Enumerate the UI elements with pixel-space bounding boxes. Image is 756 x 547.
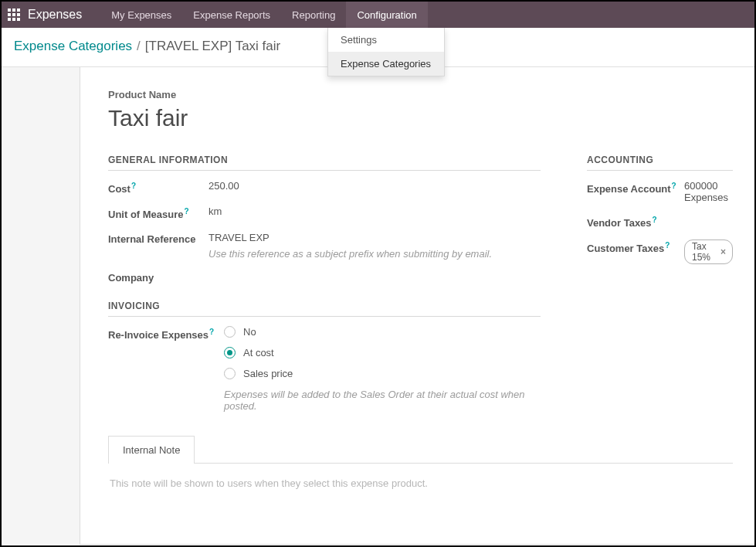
radio-icon — [224, 347, 236, 358]
section-general-info: GENERAL INFORMATION — [108, 155, 541, 171]
nav-reporting[interactable]: Reporting — [281, 2, 346, 28]
svg-rect-3 — [8, 13, 11, 16]
radio-option-no[interactable]: No — [224, 326, 541, 338]
svg-rect-1 — [12, 8, 15, 12]
tabs: Internal Note — [108, 435, 733, 464]
label-reinvoice: Re-Invoice Expenses? — [108, 326, 224, 341]
tax-tag[interactable]: Tax 15% × — [684, 240, 733, 264]
help-icon[interactable]: ? — [665, 241, 670, 250]
sheet-background: Product Name Taxi fair GENERAL INFORMATI… — [2, 67, 754, 545]
help-icon[interactable]: ? — [131, 182, 136, 190]
label-company: Company — [108, 270, 208, 284]
radio-label: No — [243, 326, 256, 338]
configuration-dropdown: Settings Expense Categories — [327, 28, 445, 76]
tab-internal-note[interactable]: Internal Note — [108, 436, 195, 464]
hint-reinvoice: Expenses will be added to the Sales Orde… — [224, 389, 533, 412]
radio-icon — [224, 368, 236, 379]
radio-label: Sales price — [243, 368, 293, 379]
tax-tag-label: Tax 15% — [692, 241, 717, 263]
radio-option-at-cost[interactable]: At cost — [224, 347, 541, 358]
value-expense-account[interactable]: 600000 Expenses — [684, 180, 733, 203]
help-icon[interactable]: ? — [653, 216, 657, 224]
label-customer-taxes: Customer Taxes? — [587, 240, 684, 254]
section-invoicing: INVOICING — [108, 301, 541, 317]
tag-remove-icon[interactable]: × — [720, 246, 726, 257]
svg-rect-2 — [17, 8, 20, 12]
internal-note-placeholder[interactable]: This note will be shown to users when th… — [108, 464, 733, 503]
value-cost[interactable]: 250.00 — [208, 180, 541, 192]
section-accounting: ACCOUNTING — [587, 155, 733, 171]
svg-rect-0 — [8, 8, 11, 12]
product-name-value[interactable]: Taxi fair — [108, 105, 733, 131]
hint-internal-ref: Use this reference as a subject prefix w… — [208, 248, 541, 260]
help-icon[interactable]: ? — [185, 207, 189, 216]
label-uom: Unit of Measure? — [108, 206, 208, 220]
breadcrumb-separator: / — [132, 39, 145, 53]
value-internal-ref[interactable]: TRAVEL EXP Use this reference as a subje… — [208, 232, 541, 260]
label-expense-account: Expense Account? — [587, 180, 684, 195]
radio-label: At cost — [243, 347, 274, 358]
dropdown-settings[interactable]: Settings — [328, 28, 444, 52]
top-nav: Expenses My Expenses Expense Reports Rep… — [2, 2, 754, 28]
radio-icon — [224, 326, 236, 338]
help-icon[interactable]: ? — [672, 182, 676, 190]
help-icon[interactable]: ? — [209, 328, 214, 336]
svg-rect-5 — [17, 13, 20, 16]
label-vendor-taxes: Vendor Taxes? — [587, 214, 684, 229]
value-uom[interactable]: km — [208, 206, 541, 217]
breadcrumb-current: [TRAVEL EXP] Taxi fair — [145, 39, 280, 53]
apps-grid-icon[interactable] — [8, 8, 20, 21]
label-cost: Cost? — [108, 180, 208, 195]
svg-rect-6 — [8, 18, 11, 21]
form-sheet: Product Name Taxi fair GENERAL INFORMATI… — [80, 67, 754, 545]
nav-my-expenses[interactable]: My Expenses — [100, 2, 182, 28]
value-customer-taxes[interactable]: Tax 15% × — [684, 240, 733, 264]
nav-expense-reports[interactable]: Expense Reports — [182, 2, 281, 28]
svg-rect-7 — [12, 18, 15, 21]
breadcrumb-link-parent[interactable]: Expense Categories — [14, 39, 132, 53]
svg-rect-8 — [17, 18, 20, 21]
brand-title[interactable]: Expenses — [28, 8, 82, 22]
svg-rect-4 — [12, 13, 15, 16]
product-name-label: Product Name — [108, 89, 733, 100]
nav-configuration[interactable]: Configuration — [346, 2, 427, 28]
label-internal-ref: Internal Reference — [108, 232, 208, 245]
dropdown-expense-categories[interactable]: Expense Categories — [328, 52, 444, 76]
radio-option-sales-price[interactable]: Sales price — [224, 368, 541, 379]
